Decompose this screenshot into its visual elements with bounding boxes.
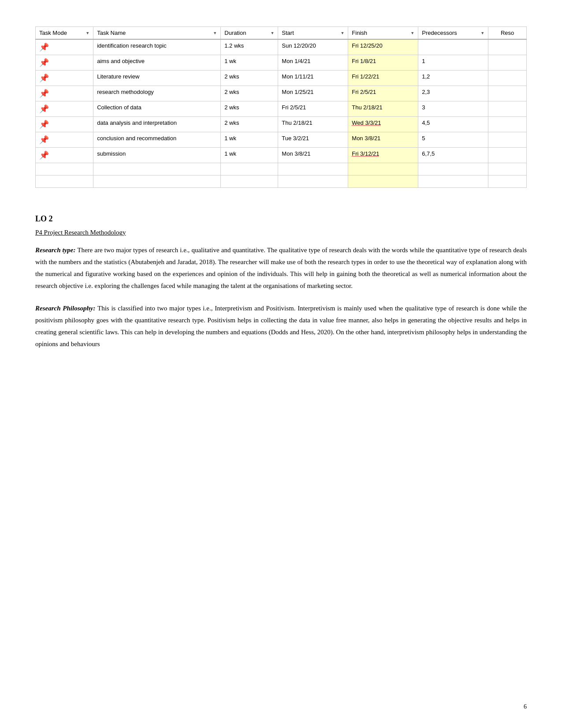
research-philosophy-text: This is classified into two major types … <box>35 305 527 347</box>
sort-arrow-predecessors[interactable]: ▼ <box>480 31 484 35</box>
sort-arrow-duration[interactable]: ▼ <box>270 31 274 35</box>
finish-cell: Fri 3/12/21 <box>348 148 418 163</box>
start-cell: Thu 2/18/21 <box>278 117 348 132</box>
research-type-text: There are two major types of research i.… <box>35 246 527 289</box>
task-mode-cell: 📌 <box>36 117 93 132</box>
table-row-empty <box>36 163 527 175</box>
predecessors-cell: 3 <box>418 101 488 117</box>
task-mode-cell: 📌 <box>36 132 93 148</box>
lo2-section: LO 2 P4 Project Research Methodology Res… <box>35 214 527 350</box>
table-row: 📌identification research topic1.2 wksSun… <box>36 39 527 55</box>
col-header-duration: Duration ▼ <box>221 27 278 40</box>
table-row: 📌research methodology2 wksMon 1/25/21Fri… <box>36 86 527 101</box>
resource-cell <box>488 117 527 132</box>
resource-cell <box>488 86 527 101</box>
finish-cell: Fri 1/8/21 <box>348 55 418 71</box>
task-mode-cell: 📌 <box>36 55 93 71</box>
lo2-subsection: P4 Project Research Methodology <box>35 229 527 236</box>
task-name-cell: Literature review <box>93 71 221 86</box>
task-name-cell: data analysis and interpretation <box>93 117 221 132</box>
col-header-predecessors: Predecessors ▼ <box>418 27 488 40</box>
predecessors-cell: 1 <box>418 55 488 71</box>
table-row: 📌data analysis and interpretation2 wksTh… <box>36 117 527 132</box>
duration-cell: 1.2 wks <box>221 39 278 55</box>
task-icon: 📌 <box>39 74 49 82</box>
duration-cell: 2 wks <box>221 117 278 132</box>
research-type-label: Research type: <box>35 246 76 254</box>
resource-cell <box>488 71 527 86</box>
start-cell: Mon 1/25/21 <box>278 86 348 101</box>
duration-cell: 2 wks <box>221 101 278 117</box>
predecessors-cell: 4,5 <box>418 117 488 132</box>
finish-cell: Fri 1/22/21 <box>348 71 418 86</box>
sort-arrow-finish[interactable]: ▼ <box>410 31 414 35</box>
finish-cell: Thu 2/18/21 <box>348 101 418 117</box>
table-row: 📌submission1 wkMon 3/8/21Fri 3/12/216,7,… <box>36 148 527 163</box>
task-name-cell: Collection of data <box>93 101 221 117</box>
duration-cell: 2 wks <box>221 86 278 101</box>
task-mode-cell: 📌 <box>36 39 93 55</box>
resource-cell <box>488 55 527 71</box>
task-icon: 📌 <box>39 43 49 52</box>
research-philosophy-paragraph: Research Philosophy: This is classified … <box>35 302 527 350</box>
table-row: 📌Collection of data2 wksFri 2/5/21Thu 2/… <box>36 101 527 117</box>
col-header-resource: Reso <box>488 27 527 40</box>
task-icon: 📌 <box>39 89 49 98</box>
start-cell: Sun 12/20/20 <box>278 39 348 55</box>
resource-cell <box>488 132 527 148</box>
research-type-paragraph: Research type: There are two major types… <box>35 244 527 292</box>
task-name-cell: identification research topic <box>93 39 221 55</box>
task-mode-cell: 📌 <box>36 86 93 101</box>
duration-cell: 2 wks <box>221 71 278 86</box>
resource-cell <box>488 101 527 117</box>
sort-arrow-task-name[interactable]: ▼ <box>213 31 217 35</box>
predecessors-cell <box>418 39 488 55</box>
table-row: 📌conclusion and recommedation1 wkTue 3/2… <box>36 132 527 148</box>
page-number: 6 <box>524 703 527 710</box>
col-header-start: Start ▼ <box>278 27 348 40</box>
duration-cell: 1 wk <box>221 132 278 148</box>
finish-cell: Wed 3/3/21 <box>348 117 418 132</box>
duration-cell: 1 wk <box>221 148 278 163</box>
start-cell: Mon 1/4/21 <box>278 55 348 71</box>
task-icon: 📌 <box>39 120 49 129</box>
resource-cell <box>488 39 527 55</box>
sort-arrow-task-mode[interactable]: ▼ <box>86 31 89 35</box>
col-header-task-mode: Task Mode ▼ <box>36 27 93 40</box>
task-icon: 📌 <box>39 105 49 113</box>
duration-cell: 1 wk <box>221 55 278 71</box>
start-cell: Fri 2/5/21 <box>278 101 348 117</box>
task-icon: 📌 <box>39 58 49 67</box>
finish-cell: Fri 12/25/20 <box>348 39 418 55</box>
predecessors-cell: 2,3 <box>418 86 488 101</box>
table-row: 📌Literature review2 wksMon 1/11/21Fri 1/… <box>36 71 527 86</box>
start-cell: Mon 3/8/21 <box>278 148 348 163</box>
task-icon: 📌 <box>39 151 49 160</box>
task-mode-cell: 📌 <box>36 71 93 86</box>
task-mode-cell: 📌 <box>36 148 93 163</box>
task-name-cell: submission <box>93 148 221 163</box>
predecessors-cell: 1,2 <box>418 71 488 86</box>
finish-cell: Fri 2/5/21 <box>348 86 418 101</box>
col-header-finish: Finish ▼ <box>348 27 418 40</box>
col-header-task-name: Task Name ▼ <box>93 27 221 40</box>
resource-cell <box>488 148 527 163</box>
research-philosophy-label: Research Philosophy: <box>35 305 95 312</box>
task-icon: 📌 <box>39 135 49 144</box>
sort-arrow-start[interactable]: ▼ <box>340 31 344 35</box>
table-row: 📌aims and objective1 wkMon 1/4/21Fri 1/8… <box>36 55 527 71</box>
table-row-empty <box>36 175 527 188</box>
predecessors-cell: 5 <box>418 132 488 148</box>
start-cell: Mon 1/11/21 <box>278 71 348 86</box>
lo2-title: LO 2 <box>35 214 527 224</box>
task-name-cell: conclusion and recommedation <box>93 132 221 148</box>
gantt-table: Task Mode ▼ Task Name ▼ Duration ▼ Start <box>35 26 527 188</box>
task-mode-cell: 📌 <box>36 101 93 117</box>
predecessors-cell: 6,7,5 <box>418 148 488 163</box>
finish-cell: Mon 3/8/21 <box>348 132 418 148</box>
start-cell: Tue 3/2/21 <box>278 132 348 148</box>
task-name-cell: research methodology <box>93 86 221 101</box>
task-name-cell: aims and objective <box>93 55 221 71</box>
